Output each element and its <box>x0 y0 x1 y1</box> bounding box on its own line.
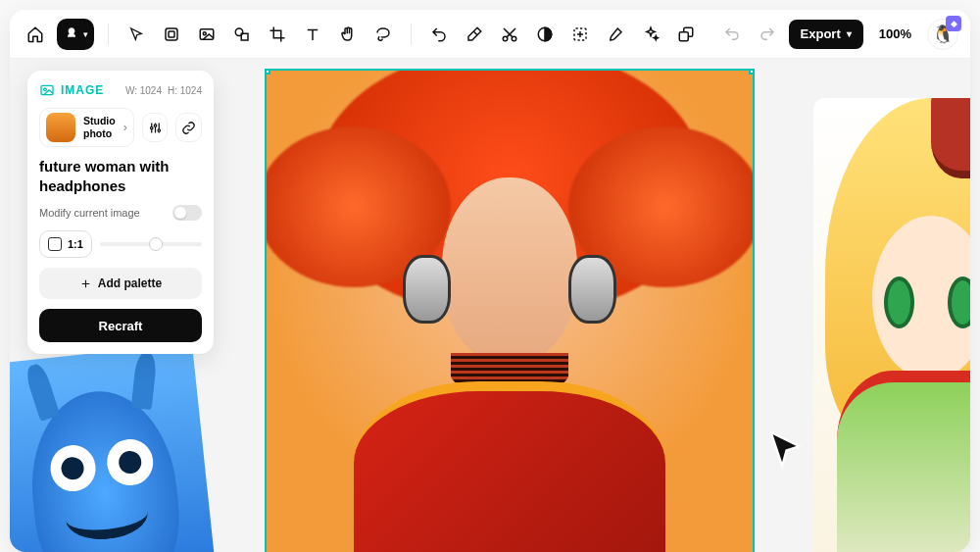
modify-image-label: Modify current image <box>39 207 140 219</box>
generated-image <box>267 71 753 552</box>
selected-image[interactable] <box>265 69 755 552</box>
panel-title: IMAGE <box>39 82 104 98</box>
svg-rect-11 <box>41 85 53 94</box>
svg-point-14 <box>154 124 157 126</box>
redo-icon[interactable] <box>754 21 781 48</box>
pointer-tool-icon[interactable] <box>122 21 150 48</box>
svg-point-7 <box>512 36 516 41</box>
top-toolbar: ▾ <box>10 10 970 59</box>
tune-settings-button[interactable] <box>142 113 169 142</box>
slider-thumb[interactable] <box>149 237 163 251</box>
svg-point-6 <box>503 36 508 41</box>
svg-rect-1 <box>169 31 174 37</box>
style-thumbnail <box>46 113 75 142</box>
frame-tool-icon[interactable] <box>158 21 185 48</box>
app-window: ▾ <box>10 10 970 552</box>
enhance-tool-icon[interactable] <box>637 21 664 48</box>
text-tool-icon[interactable] <box>299 21 326 48</box>
brush-tool-icon[interactable] <box>602 21 629 48</box>
export-label: Export <box>801 26 841 41</box>
chevron-down-icon: ▾ <box>847 28 852 39</box>
aspect-ratio-button[interactable]: 1:1 <box>39 230 92 258</box>
square-icon <box>48 237 62 251</box>
mask-tool-icon[interactable] <box>531 21 559 48</box>
resize-handle-tl[interactable] <box>265 69 270 75</box>
eraser-tool-icon[interactable] <box>461 21 488 48</box>
magic-select-icon[interactable] <box>566 21 594 48</box>
chevron-right-icon: › <box>123 121 127 134</box>
undo-brush-icon[interactable] <box>425 21 453 48</box>
svg-point-13 <box>150 126 153 129</box>
prompt-input[interactable]: future woman with headphones <box>39 157 202 195</box>
aspect-slider[interactable] <box>100 242 202 246</box>
crop-tool-icon[interactable] <box>264 21 291 48</box>
separator <box>411 24 412 45</box>
image-tool-icon[interactable] <box>193 21 220 48</box>
image-properties-panel: IMAGE W: 1024 H: 1024 Studio photo › fut… <box>27 71 214 354</box>
separator <box>108 24 109 45</box>
cut-tool-icon[interactable] <box>496 21 523 48</box>
svg-rect-0 <box>166 28 177 40</box>
shapes-tool-icon[interactable] <box>228 21 256 48</box>
canvas-image-monster[interactable] <box>10 343 219 552</box>
recraft-button[interactable]: Recraft <box>39 309 202 342</box>
cursor-pointer-icon <box>768 429 802 469</box>
brand-menu[interactable]: ▾ <box>57 19 94 50</box>
premium-badge-icon: ◆ <box>946 16 961 31</box>
svg-point-15 <box>158 128 161 131</box>
canvas-image-anime[interactable] <box>813 98 970 552</box>
resize-handle-tr[interactable] <box>749 69 755 75</box>
svg-point-12 <box>44 88 47 91</box>
chevron-down-icon: ▾ <box>83 29 88 39</box>
upscale-tool-icon[interactable] <box>672 21 700 48</box>
modify-image-toggle[interactable] <box>172 205 202 221</box>
svg-rect-10 <box>679 31 688 40</box>
svg-rect-2 <box>200 28 214 39</box>
undo-icon[interactable] <box>718 21 746 48</box>
add-palette-button[interactable]: Add palette <box>39 268 202 299</box>
link-reference-button[interactable] <box>175 113 202 142</box>
style-selector[interactable]: Studio photo › <box>39 108 134 147</box>
style-label: Studio photo <box>83 115 116 139</box>
home-icon[interactable] <box>22 21 49 48</box>
svg-point-3 <box>203 31 206 34</box>
hand-tool-icon[interactable] <box>334 21 362 48</box>
image-dimensions: W: 1024 H: 1024 <box>125 85 202 96</box>
export-button[interactable]: Export ▾ <box>789 20 863 49</box>
zoom-level[interactable]: 100% <box>871 20 919 49</box>
user-avatar[interactable]: 🐧 ◆ <box>927 19 958 50</box>
lasso-tool-icon[interactable] <box>369 21 397 48</box>
